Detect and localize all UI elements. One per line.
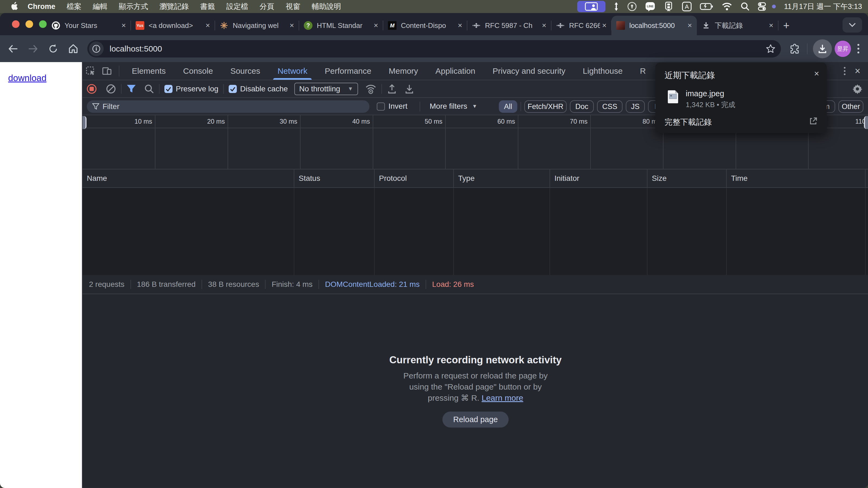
- menu-item-profiles[interactable]: 設定檔: [226, 2, 248, 11]
- menu-item-help[interactable]: 輔助說明: [312, 2, 341, 11]
- updown-arrows-icon[interactable]: [614, 2, 619, 11]
- column-header-size[interactable]: Size: [648, 169, 727, 187]
- reload-page-button[interactable]: Reload page: [442, 412, 508, 427]
- close-tab-icon[interactable]: ×: [374, 21, 378, 30]
- column-header-type[interactable]: Type: [454, 169, 550, 187]
- back-button[interactable]: [6, 42, 20, 56]
- downloads-popup-close-icon[interactable]: ×: [814, 69, 819, 78]
- display-icon[interactable]: [663, 2, 674, 11]
- filter-chip-all[interactable]: All: [499, 100, 517, 113]
- clear-button[interactable]: [106, 84, 116, 94]
- menu-bar-clock[interactable]: 11月17日 週一 下午3:13: [784, 2, 862, 11]
- network-settings-gear-icon[interactable]: [852, 80, 863, 97]
- learn-more-link[interactable]: Learn more: [482, 393, 523, 402]
- column-header-time[interactable]: Time: [727, 169, 866, 187]
- tab-navigating[interactable]: Navigating wel ×: [215, 16, 299, 35]
- minimize-window-button[interactable]: [26, 20, 33, 28]
- devtools-tab-lighthouse[interactable]: Lighthouse: [574, 62, 631, 80]
- devtools-tab-recorder[interactable]: R: [631, 62, 654, 80]
- export-har-icon[interactable]: [404, 84, 414, 94]
- device-toolbar-icon[interactable]: [99, 63, 115, 78]
- tab-html-standard[interactable]: ? HTML Standar ×: [299, 16, 383, 35]
- more-filters-button[interactable]: More filters▼: [430, 102, 477, 110]
- screen-share-indicator-icon[interactable]: [577, 1, 606, 12]
- filter-chip-fetch-xhr[interactable]: Fetch/XHR: [524, 100, 567, 113]
- invert-label[interactable]: Invert: [389, 102, 407, 110]
- wifi-icon[interactable]: [721, 2, 733, 10]
- site-info-icon[interactable]: [89, 41, 104, 56]
- timeline-left-handle[interactable]: [83, 116, 87, 129]
- download-link[interactable]: download: [8, 73, 46, 83]
- devtools-close-button[interactable]: ×: [855, 65, 860, 77]
- filter-toggle-icon[interactable]: [126, 84, 136, 94]
- tab-content-disposition[interactable]: M Content-Dispo ×: [383, 16, 467, 35]
- devtools-tab-performance[interactable]: Performance: [316, 62, 380, 80]
- battery-icon[interactable]: [700, 3, 713, 10]
- column-header-protocol[interactable]: Protocol: [375, 169, 454, 187]
- menu-item-edit[interactable]: 編輯: [93, 2, 107, 11]
- close-tab-icon[interactable]: ×: [542, 21, 546, 30]
- timeline-right-handle[interactable]: [864, 116, 868, 129]
- keyhole-app-icon[interactable]: [627, 2, 637, 11]
- menu-item-history[interactable]: 瀏覽記錄: [159, 2, 189, 11]
- tab-your-stars[interactable]: Your Stars ×: [46, 16, 131, 35]
- column-header-initiator[interactable]: Initiator: [550, 169, 648, 187]
- menu-item-file[interactable]: 檔案: [67, 2, 82, 11]
- devtools-tab-console[interactable]: Console: [175, 62, 222, 80]
- new-tab-button[interactable]: +: [778, 16, 795, 35]
- address-bar[interactable]: localhost:5000: [87, 40, 781, 58]
- forward-button[interactable]: [26, 42, 40, 56]
- menu-item-window[interactable]: 視窗: [286, 2, 300, 11]
- devtools-tab-network[interactable]: Network: [269, 62, 316, 80]
- filter-input[interactable]: [102, 102, 347, 111]
- reload-button[interactable]: [46, 42, 60, 56]
- close-tab-icon[interactable]: ×: [769, 21, 773, 30]
- apple-logo-icon[interactable]: [10, 2, 18, 11]
- downloaded-file-name[interactable]: image.jpeg: [686, 89, 724, 98]
- network-search-icon[interactable]: [144, 84, 154, 94]
- close-tab-icon[interactable]: ×: [688, 21, 692, 30]
- external-link-icon[interactable]: [809, 117, 817, 126]
- close-tab-icon[interactable]: ×: [290, 21, 294, 30]
- column-header-status[interactable]: Status: [294, 169, 375, 187]
- import-har-icon[interactable]: [387, 84, 397, 94]
- filter-chip-doc[interactable]: Doc: [570, 100, 594, 113]
- network-conditions-icon[interactable]: [365, 84, 376, 94]
- menu-item-view[interactable]: 顯示方式: [119, 2, 148, 11]
- devtools-tab-application[interactable]: Application: [427, 62, 484, 80]
- menu-app-name[interactable]: Chrome: [28, 2, 55, 11]
- devtools-tab-elements[interactable]: Elements: [123, 62, 175, 80]
- input-source-icon[interactable]: A: [682, 2, 692, 11]
- disable-cache-checkbox[interactable]: [229, 85, 237, 93]
- extensions-icon[interactable]: [787, 42, 802, 56]
- preserve-log-label[interactable]: Preserve log: [176, 85, 218, 93]
- close-tab-icon[interactable]: ×: [458, 21, 462, 30]
- profile-avatar[interactable]: 昱昇: [835, 41, 851, 57]
- tab-downloads[interactable]: 下載記錄 ×: [697, 16, 778, 35]
- spotlight-search-icon[interactable]: [741, 2, 750, 11]
- close-tab-icon[interactable]: ×: [122, 21, 126, 30]
- devtools-tab-privacy[interactable]: Privacy and security: [484, 62, 574, 80]
- chrome-menu-button[interactable]: [854, 44, 863, 54]
- tab-search-button[interactable]: [842, 18, 862, 33]
- tab-rfc-6266[interactable]: RFC 6266 - Us ×: [551, 16, 611, 35]
- line-app-icon[interactable]: LINE: [645, 1, 655, 12]
- zoom-window-button[interactable]: [39, 20, 46, 28]
- bookmark-star-icon[interactable]: [766, 44, 775, 54]
- tab-a-download[interactable]: Yus <a download> ×: [131, 16, 215, 35]
- close-window-button[interactable]: [12, 20, 20, 28]
- full-download-history-link[interactable]: 完整下載記錄: [664, 117, 712, 128]
- filter-chip-js[interactable]: JS: [626, 100, 645, 113]
- menu-item-bookmarks[interactable]: 書籤: [200, 2, 215, 11]
- column-header-name[interactable]: Name: [83, 169, 294, 187]
- record-button[interactable]: [86, 84, 97, 94]
- preserve-log-checkbox[interactable]: [164, 85, 173, 93]
- throttling-select[interactable]: No throttling▼: [294, 83, 358, 95]
- devtools-tab-sources[interactable]: Sources: [222, 62, 269, 80]
- tab-rfc-5987[interactable]: RFC 5987 - Ch ×: [467, 16, 551, 35]
- tab-localhost-active[interactable]: localhost:5000 ×: [611, 16, 697, 35]
- filter-input-wrap[interactable]: [87, 100, 369, 113]
- downloads-toolbar-button[interactable]: [813, 39, 832, 58]
- devtools-tab-memory[interactable]: Memory: [380, 62, 427, 80]
- inspect-element-icon[interactable]: [83, 63, 99, 78]
